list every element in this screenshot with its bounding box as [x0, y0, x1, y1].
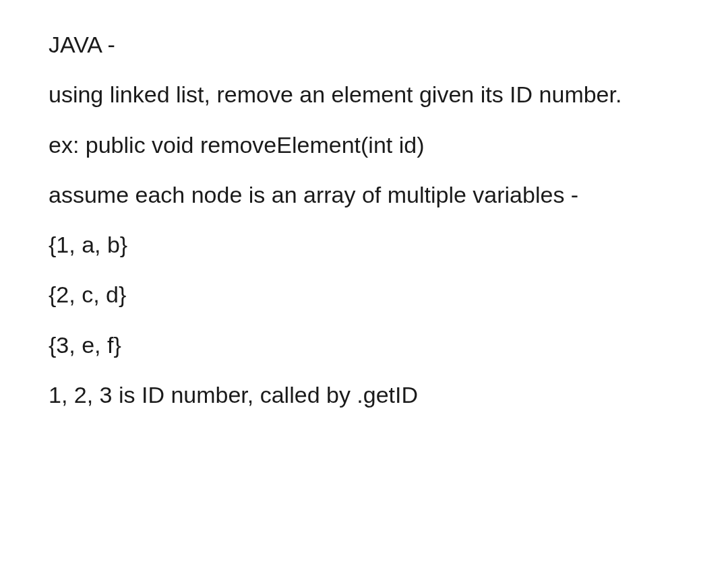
assume-line: assume each node is an array of multiple… [49, 179, 679, 211]
node-example-1: {1, a, b} [49, 228, 679, 261]
footer-line: 1, 2, 3 is ID number, called by .getID [49, 379, 679, 411]
description-line: using linked list, remove an element giv… [49, 78, 679, 110]
node-example-3: {3, e, f} [49, 329, 679, 361]
document-content: JAVA - using linked list, remove an elem… [49, 28, 679, 411]
node-example-2: {2, c, d} [49, 278, 679, 311]
title-line: JAVA - [49, 28, 679, 61]
example-line: ex: public void removeElement(int id) [49, 129, 679, 161]
